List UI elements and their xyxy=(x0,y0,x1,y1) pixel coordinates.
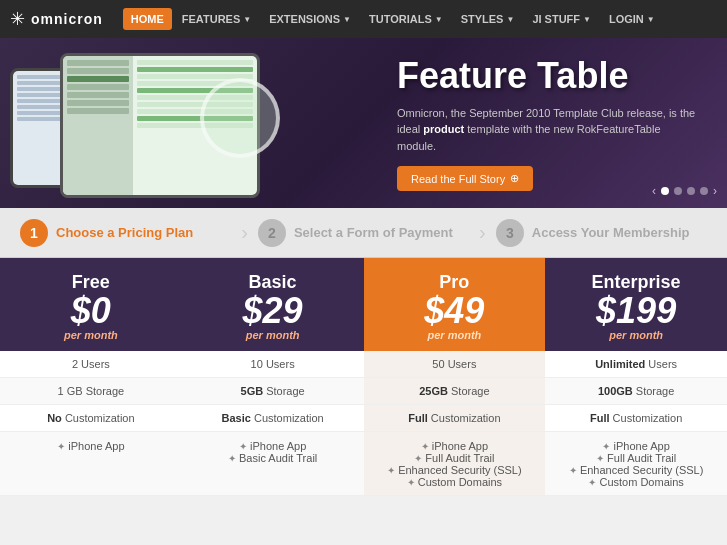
step-3-number: 3 xyxy=(496,219,524,247)
step-divider-2: › xyxy=(479,221,486,244)
step-2: 2 Select a Form of Payment xyxy=(258,219,469,247)
step-1-number: 1 xyxy=(20,219,48,247)
logo-text: omnicron xyxy=(31,11,103,27)
free-customization: No Customization xyxy=(0,405,182,432)
plan-header-basic: Basic $29 per month xyxy=(182,258,364,351)
nav-item-features[interactable]: FEATURES ▼ xyxy=(174,8,259,30)
basic-storage: 5GB Storage xyxy=(182,378,364,405)
free-features: ✦ iPhone App xyxy=(0,432,182,496)
pro-storage: 25GB Storage xyxy=(364,378,546,405)
hero-section: Feature Table Omnicron, the September 20… xyxy=(0,38,727,208)
free-storage: 1 GB Storage xyxy=(0,378,182,405)
plan-header-pro: Pro $49 per month xyxy=(364,258,546,351)
step-2-label: Select a Form of Payment xyxy=(294,225,453,240)
hero-title: Feature Table xyxy=(397,55,697,97)
next-slide-button[interactable]: › xyxy=(713,184,717,198)
pro-users: 50 Users xyxy=(364,351,546,378)
basic-features: ✦ iPhone App ✦ Basic Audit Trail xyxy=(182,432,364,496)
nav-item-extensions[interactable]: EXTENSIONS ▼ xyxy=(261,8,359,30)
step-2-number: 2 xyxy=(258,219,286,247)
nav-menu: HOME FEATURES ▼ EXTENSIONS ▼ TUTORIALS ▼… xyxy=(123,8,663,30)
hero-desc-text: Omnicron, the September 2010 Template Cl… xyxy=(397,107,695,152)
basic-customization: Basic Customization xyxy=(182,405,364,432)
nav-item-tutorials[interactable]: TUTORIALS ▼ xyxy=(361,8,451,30)
nav-item-jistuff[interactable]: JI STUFF ▼ xyxy=(524,8,599,30)
hero-devices xyxy=(0,38,420,208)
step-divider-1: › xyxy=(241,221,248,244)
plan-header-free: Free $0 per month xyxy=(0,258,182,351)
chevron-down-icon: ▼ xyxy=(435,15,443,24)
hero-cta-label: Read the Full Story xyxy=(411,173,505,185)
plus-icon: ⊕ xyxy=(510,172,519,185)
enterprise-users: Unlimited Users xyxy=(545,351,727,378)
steps-bar: 1 Choose a Pricing Plan › 2 Select a For… xyxy=(0,208,727,258)
enterprise-features: ✦ iPhone App ✦ Full Audit Trail ✦ Enhanc… xyxy=(545,432,727,496)
hero-cta-button[interactable]: Read the Full Story ⊕ xyxy=(397,166,533,191)
plan-header-enterprise: Enterprise $199 per month xyxy=(545,258,727,351)
navigation: ✳ omnicron HOME FEATURES ▼ EXTENSIONS ▼ … xyxy=(0,0,727,38)
nav-item-home[interactable]: HOME xyxy=(123,8,172,30)
chevron-down-icon: ▼ xyxy=(506,15,514,24)
step-1-label: Choose a Pricing Plan xyxy=(56,225,193,240)
basic-users: 10 Users xyxy=(182,351,364,378)
step-3: 3 Access Your Membership xyxy=(496,219,707,247)
free-users: 2 Users xyxy=(0,351,182,378)
step-1: 1 Choose a Pricing Plan xyxy=(20,219,231,247)
nav-item-login[interactable]: LOGIN ▼ xyxy=(601,8,663,30)
logo-icon: ✳ xyxy=(10,8,25,30)
chevron-down-icon: ▼ xyxy=(243,15,251,24)
pricing-section: Free $0 per month Basic $29 per month Pr… xyxy=(0,258,727,496)
table-row: 2 Users 10 Users 50 Users Unlimited User… xyxy=(0,351,727,378)
table-row: No Customization Basic Customization Ful… xyxy=(0,405,727,432)
step-3-label: Access Your Membership xyxy=(532,225,690,240)
logo[interactable]: ✳ omnicron xyxy=(10,8,103,30)
pro-customization: Full Customization xyxy=(364,405,546,432)
chevron-down-icon: ▼ xyxy=(647,15,655,24)
chevron-down-icon: ▼ xyxy=(343,15,351,24)
enterprise-storage: 100GB Storage xyxy=(545,378,727,405)
enterprise-customization: Full Customization xyxy=(545,405,727,432)
chevron-down-icon: ▼ xyxy=(583,15,591,24)
pricing-table: Free $0 per month Basic $29 per month Pr… xyxy=(0,258,727,496)
magnifier-graphic xyxy=(200,78,280,158)
table-row: 1 GB Storage 5GB Storage 25GB Storage 10… xyxy=(0,378,727,405)
table-row: ✦ iPhone App ✦ iPhone App ✦ Basic Audit … xyxy=(0,432,727,496)
slide-dot-4[interactable] xyxy=(700,187,708,195)
hero-description: Omnicron, the September 2010 Template Cl… xyxy=(397,105,697,155)
pro-features: ✦ iPhone App ✦ Full Audit Trail ✦ Enhanc… xyxy=(364,432,546,496)
nav-item-styles[interactable]: STYLES ▼ xyxy=(453,8,523,30)
hero-content: Feature Table Omnicron, the September 20… xyxy=(397,55,697,192)
